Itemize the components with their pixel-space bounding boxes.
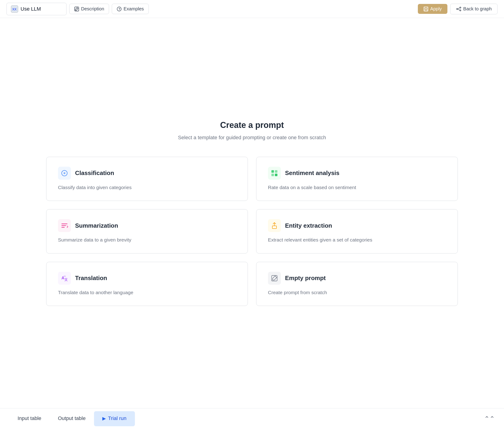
svg-rect-6 [425, 7, 427, 9]
classification-icon [61, 169, 68, 177]
trial-run-tab[interactable]: ▶ Trial run [94, 411, 135, 426]
svg-text:XX: XX [12, 7, 17, 11]
sentiment-description: Rate data on a scale based on sentiment [268, 184, 446, 191]
description-button[interactable]: Description [69, 4, 109, 14]
svg-rect-20 [62, 223, 67, 224]
back-icon [456, 6, 461, 12]
svg-line-12 [458, 9, 460, 10]
entity-icon-bg [268, 219, 281, 232]
translation-icon: A 文 [61, 274, 68, 282]
translation-icon-bg: A 文 [58, 272, 71, 285]
apply-label: Apply [430, 6, 442, 11]
translation-title: Translation [75, 275, 107, 282]
entity-icon [270, 222, 278, 230]
sentiment-title: Sentiment analysis [285, 170, 340, 177]
svg-text:?: ? [118, 7, 120, 11]
page-subtitle: Select a template for guided prompting o… [178, 135, 326, 141]
svg-rect-21 [62, 225, 66, 226]
examples-label: Examples [124, 6, 144, 11]
examples-button[interactable]: ? Examples [112, 4, 149, 14]
svg-point-15 [64, 173, 65, 174]
empty-icon-bg [268, 272, 281, 285]
output-table-tab[interactable]: Output table [50, 411, 94, 426]
empty-icon [270, 274, 278, 282]
bottom-actions: ⌃⌃ [484, 415, 495, 422]
header: XX Use LLM Description ? Examples [0, 0, 504, 18]
app-title: Use LLM [21, 6, 41, 12]
sentiment-card[interactable]: Sentiment analysis Rate data on a scale … [256, 157, 458, 201]
svg-rect-19 [275, 174, 277, 176]
apply-button[interactable]: Apply [418, 4, 447, 14]
translation-description: Translate data to another language [58, 289, 236, 296]
sentiment-icon-bg [268, 167, 281, 180]
main-content: Create a prompt Select a template for gu… [0, 18, 504, 408]
summarization-icon [61, 222, 68, 230]
classification-description: Classify data into given categories [58, 184, 236, 191]
svg-rect-16 [271, 170, 274, 173]
svg-rect-7 [424, 9, 427, 11]
sentiment-icon [270, 169, 278, 177]
llm-icon: XX [11, 5, 18, 13]
header-actions: Apply Back to graph [418, 4, 497, 14]
svg-text:文: 文 [64, 278, 68, 281]
page-title: Create a prompt [220, 120, 284, 130]
classification-icon-bg [58, 167, 71, 180]
empty-title: Empty prompt [285, 275, 326, 282]
classification-card[interactable]: Classification Classify data into given … [46, 157, 248, 201]
title-container: XX Use LLM [7, 3, 66, 15]
svg-point-10 [460, 10, 461, 11]
prompt-cards-grid: Classification Classify data into given … [46, 157, 458, 306]
collapse-button[interactable]: ⌃⌃ [484, 415, 495, 422]
header-left: XX Use LLM Description ? Examples [7, 3, 415, 15]
svg-rect-17 [275, 170, 277, 173]
summarization-icon-bg [58, 219, 71, 232]
entity-title: Entity extraction [285, 222, 332, 229]
summarization-card[interactable]: Summarization Summarize data to a given … [46, 209, 248, 253]
entity-description: Extract relevant entities given a set of… [268, 236, 446, 244]
examples-icon: ? [117, 7, 122, 11]
svg-point-9 [460, 7, 461, 8]
svg-point-8 [456, 8, 458, 9]
empty-prompt-card[interactable]: Empty prompt Create prompt from scratch [256, 262, 458, 306]
play-icon: ▶ [102, 416, 106, 421]
apply-icon [423, 7, 428, 11]
summarization-title: Summarization [75, 222, 118, 229]
empty-description: Create prompt from scratch [268, 289, 446, 296]
svg-rect-22 [62, 227, 65, 228]
description-label: Description [81, 6, 104, 11]
classification-title: Classification [75, 170, 114, 177]
svg-rect-18 [271, 174, 274, 176]
translation-card[interactable]: A 文 Translation Translate data to anothe… [46, 262, 248, 306]
description-icon [74, 7, 79, 11]
input-table-tab[interactable]: Input table [9, 411, 50, 426]
entity-card[interactable]: Entity extraction Extract relevant entit… [256, 209, 458, 253]
svg-rect-23 [272, 226, 277, 229]
svg-line-11 [458, 8, 460, 9]
summarization-description: Summarize data to a given brevity [58, 236, 236, 244]
bottom-bar: Input table Output table ▶ Trial run ⌃⌃ [0, 408, 504, 429]
back-label: Back to graph [463, 6, 492, 11]
back-to-graph-button[interactable]: Back to graph [450, 4, 497, 14]
svg-text:A: A [62, 276, 64, 280]
